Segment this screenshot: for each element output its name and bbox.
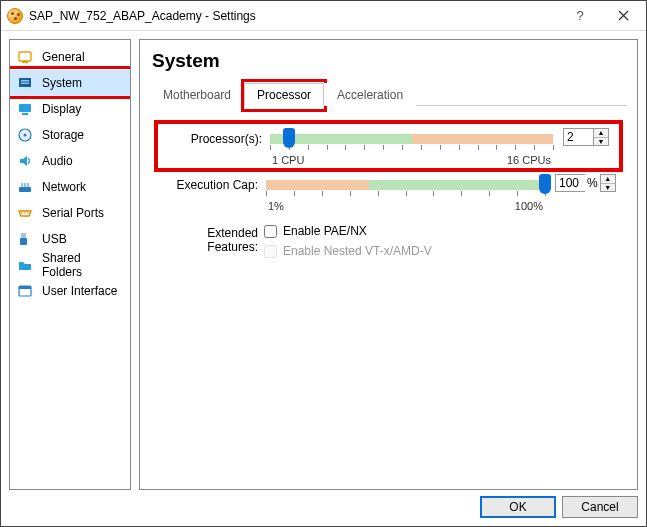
ok-button[interactable]: OK [480,496,556,518]
tab-bar: Motherboard Processor Acceleration [150,82,627,106]
svg-rect-12 [19,187,31,192]
execution-cap-max-label: 100% [515,200,543,212]
svg-point-18 [27,212,29,214]
execution-cap-slider[interactable]: 1% 100% [264,174,547,212]
sidebar-item-user-interface[interactable]: User Interface [10,278,130,304]
processor-value-input[interactable] [563,128,593,146]
svg-rect-8 [22,113,28,115]
svg-rect-7 [19,104,31,112]
execution-cap-min-label: 1% [268,200,284,212]
svg-point-10 [24,134,27,137]
dialog-buttons: OK Cancel [9,490,638,518]
enable-pae-label: Enable PAE/NX [283,224,367,238]
close-icon [618,10,629,21]
tab-content: Processor(s): 1 [150,106,627,479]
storage-icon [16,127,34,143]
sidebar-item-network[interactable]: Network [10,174,130,200]
extended-features-label: Extended Features: [156,222,264,254]
sidebar-item-label: USB [42,232,67,246]
cancel-button[interactable]: Cancel [562,496,638,518]
enable-pae-input[interactable] [264,225,277,238]
execution-cap-thumb[interactable] [539,174,551,194]
serial-port-icon [16,205,34,221]
display-icon [16,101,34,117]
tab-acceleration[interactable]: Acceleration [324,83,416,106]
page-title: System [150,46,627,82]
sidebar-item-audio[interactable]: Audio [10,148,130,174]
svg-rect-5 [21,80,29,82]
help-button[interactable]: ? [560,1,600,30]
execution-cap-spinbox[interactable]: % ▲ ▼ [555,174,621,192]
svg-rect-13 [21,183,23,187]
svg-marker-11 [20,156,27,166]
svg-rect-15 [27,183,29,187]
sidebar-item-general[interactable]: General [10,44,130,70]
folder-icon [16,257,34,273]
sidebar-item-shared-folders[interactable]: Shared Folders [10,252,130,278]
network-icon [16,179,34,195]
processor-label: Processor(s): [160,128,268,146]
enable-nested-input [264,245,277,258]
processor-slider[interactable]: 1 CPU 16 CPUs [268,128,555,166]
sidebar-item-label: Storage [42,128,84,142]
sidebar-item-label: Serial Ports [42,206,104,220]
title-bar: SAP_NW_752_ABAP_Academy - Settings ? [1,1,646,31]
svg-rect-14 [24,183,26,187]
audio-icon [16,153,34,169]
svg-point-16 [21,212,23,214]
ui-icon [16,283,34,299]
general-icon [16,49,34,65]
sidebar-item-label: Audio [42,154,73,168]
usb-icon [16,231,34,247]
svg-rect-22 [19,286,31,289]
sidebar-item-system[interactable]: System [10,70,130,96]
system-icon [16,75,34,91]
sidebar-item-label: Display [42,102,81,116]
category-sidebar: General System Display Storage Audio Net… [9,39,131,490]
processor-thumb[interactable] [283,128,295,148]
window-title: SAP_NW_752_ABAP_Academy - Settings [29,9,256,23]
processor-spin-up[interactable]: ▲ [594,129,608,138]
processor-max-label: 16 CPUs [507,154,551,166]
close-button[interactable] [600,1,646,30]
sidebar-item-label: User Interface [42,284,117,298]
sidebar-item-serial-ports[interactable]: Serial Ports [10,200,130,226]
svg-rect-20 [20,238,27,245]
sidebar-item-label: System [42,76,82,90]
svg-rect-3 [22,61,28,63]
svg-rect-19 [21,233,26,238]
app-icon [7,8,23,24]
processor-min-label: 1 CPU [272,154,304,166]
execution-cap-value-input[interactable] [555,174,585,192]
sidebar-item-label: Shared Folders [42,251,124,279]
sidebar-item-storage[interactable]: Storage [10,122,130,148]
svg-rect-2 [19,52,31,61]
tab-processor[interactable]: Processor [244,83,324,106]
svg-point-17 [24,212,26,214]
processor-spin-down[interactable]: ▼ [594,138,608,146]
enable-nested-checkbox: Enable Nested VT-x/AMD-V [264,244,621,258]
enable-pae-checkbox[interactable]: Enable PAE/NX [264,224,621,238]
processor-spinbox[interactable]: ▲ ▼ [563,128,617,146]
sidebar-item-usb[interactable]: USB [10,226,130,252]
execution-cap-spin-down[interactable]: ▼ [601,184,615,192]
execution-cap-spin-up[interactable]: ▲ [601,175,615,184]
tab-motherboard[interactable]: Motherboard [150,83,244,106]
execution-cap-unit: % [585,174,600,192]
execution-cap-label: Execution Cap: [156,174,264,192]
enable-nested-label: Enable Nested VT-x/AMD-V [283,244,432,258]
svg-rect-6 [21,83,29,85]
sidebar-item-display[interactable]: Display [10,96,130,122]
main-panel: System Motherboard Processor Acceleratio… [139,39,638,490]
sidebar-item-label: Network [42,180,86,194]
sidebar-item-label: General [42,50,85,64]
